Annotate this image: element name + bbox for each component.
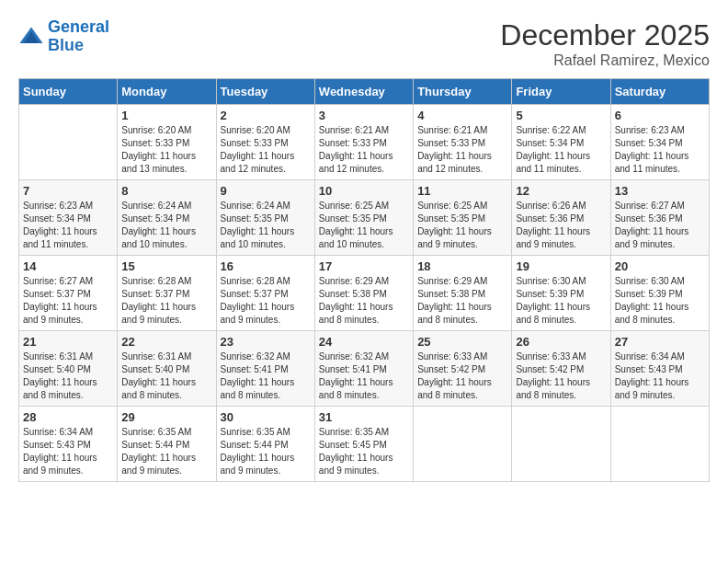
day-info: Sunrise: 6:27 AMSunset: 5:37 PMDaylight:… xyxy=(23,275,113,327)
day-info: Sunrise: 6:29 AMSunset: 5:38 PMDaylight:… xyxy=(417,275,507,327)
calendar-cell: 26Sunrise: 6:33 AMSunset: 5:42 PMDayligh… xyxy=(512,331,610,407)
day-info: Sunrise: 6:35 AMSunset: 5:44 PMDaylight:… xyxy=(221,426,311,477)
day-number: 6 xyxy=(615,109,705,122)
day-info: Sunrise: 6:27 AMSunset: 5:36 PMDaylight:… xyxy=(615,200,705,251)
day-info: Sunrise: 6:20 AMSunset: 5:33 PMDaylight:… xyxy=(221,124,311,176)
day-number: 28 xyxy=(23,410,113,424)
day-info: Sunrise: 6:30 AMSunset: 5:39 PMDaylight:… xyxy=(516,275,606,327)
calendar-table: SundayMondayTuesdayWednesdayThursdayFrid… xyxy=(18,78,710,482)
calendar-cell: 19Sunrise: 6:30 AMSunset: 5:39 PMDayligh… xyxy=(512,256,610,331)
day-info: Sunrise: 6:34 AMSunset: 5:43 PMDaylight:… xyxy=(615,350,705,402)
calendar-cell xyxy=(414,407,512,482)
calendar-cell: 27Sunrise: 6:34 AMSunset: 5:43 PMDayligh… xyxy=(610,331,709,407)
day-number: 19 xyxy=(516,259,606,273)
day-number: 11 xyxy=(417,184,507,198)
day-info: Sunrise: 6:33 AMSunset: 5:42 PMDaylight:… xyxy=(516,350,606,402)
day-number: 29 xyxy=(121,410,211,424)
day-number: 10 xyxy=(319,184,409,198)
calendar-cell xyxy=(19,105,118,180)
day-number: 16 xyxy=(221,259,311,273)
calendar-cell: 24Sunrise: 6:32 AMSunset: 5:41 PMDayligh… xyxy=(314,331,413,407)
day-number: 7 xyxy=(23,184,113,198)
calendar-week-row: 21Sunrise: 6:31 AMSunset: 5:40 PMDayligh… xyxy=(19,331,710,407)
calendar-cell: 22Sunrise: 6:31 AMSunset: 5:40 PMDayligh… xyxy=(118,331,216,407)
day-number: 26 xyxy=(516,335,606,349)
calendar-week-row: 28Sunrise: 6:34 AMSunset: 5:43 PMDayligh… xyxy=(19,407,710,482)
calendar-week-row: 1Sunrise: 6:20 AMSunset: 5:33 PMDaylight… xyxy=(19,105,710,180)
calendar-week-row: 14Sunrise: 6:27 AMSunset: 5:37 PMDayligh… xyxy=(19,256,710,331)
day-number: 2 xyxy=(221,109,311,122)
day-info: Sunrise: 6:28 AMSunset: 5:37 PMDaylight:… xyxy=(121,275,211,327)
day-info: Sunrise: 6:29 AMSunset: 5:38 PMDaylight:… xyxy=(319,275,409,327)
day-info: Sunrise: 6:21 AMSunset: 5:33 PMDaylight:… xyxy=(417,124,507,176)
day-info: Sunrise: 6:32 AMSunset: 5:41 PMDaylight:… xyxy=(319,350,409,402)
weekday-header: Saturday xyxy=(610,79,709,105)
calendar-subtitle: Rafael Ramirez, Mexico xyxy=(500,52,710,69)
day-info: Sunrise: 6:32 AMSunset: 5:41 PMDaylight:… xyxy=(221,350,311,402)
day-number: 18 xyxy=(417,259,507,273)
day-info: Sunrise: 6:23 AMSunset: 5:34 PMDaylight:… xyxy=(23,200,113,251)
day-number: 25 xyxy=(417,335,507,349)
day-info: Sunrise: 6:34 AMSunset: 5:43 PMDaylight:… xyxy=(23,426,113,477)
day-number: 9 xyxy=(221,184,311,198)
day-number: 12 xyxy=(516,184,606,198)
calendar-cell: 17Sunrise: 6:29 AMSunset: 5:38 PMDayligh… xyxy=(314,256,413,331)
calendar-cell: 11Sunrise: 6:25 AMSunset: 5:35 PMDayligh… xyxy=(414,180,512,256)
day-number: 1 xyxy=(121,109,211,122)
day-info: Sunrise: 6:31 AMSunset: 5:40 PMDaylight:… xyxy=(121,350,211,402)
day-number: 27 xyxy=(615,335,705,349)
calendar-cell: 3Sunrise: 6:21 AMSunset: 5:33 PMDaylight… xyxy=(314,105,413,180)
calendar-cell: 12Sunrise: 6:26 AMSunset: 5:36 PMDayligh… xyxy=(512,180,610,256)
calendar-week-row: 7Sunrise: 6:23 AMSunset: 5:34 PMDaylight… xyxy=(19,180,710,256)
day-info: Sunrise: 6:24 AMSunset: 5:34 PMDaylight:… xyxy=(121,200,211,251)
weekday-header: Monday xyxy=(118,79,216,105)
day-number: 23 xyxy=(221,335,311,349)
calendar-cell xyxy=(512,407,610,482)
day-info: Sunrise: 6:33 AMSunset: 5:42 PMDaylight:… xyxy=(417,350,507,402)
calendar-cell: 18Sunrise: 6:29 AMSunset: 5:38 PMDayligh… xyxy=(414,256,512,331)
calendar-cell: 16Sunrise: 6:28 AMSunset: 5:37 PMDayligh… xyxy=(216,256,314,331)
day-info: Sunrise: 6:25 AMSunset: 5:35 PMDaylight:… xyxy=(417,200,507,251)
day-number: 5 xyxy=(516,109,606,122)
day-number: 31 xyxy=(319,410,409,424)
day-number: 22 xyxy=(121,335,211,349)
day-info: Sunrise: 6:30 AMSunset: 5:39 PMDaylight:… xyxy=(615,275,705,327)
day-number: 13 xyxy=(615,184,705,198)
month-title: December 2025 xyxy=(500,18,710,52)
day-info: Sunrise: 6:35 AMSunset: 5:45 PMDaylight:… xyxy=(319,426,409,477)
day-info: Sunrise: 6:35 AMSunset: 5:44 PMDaylight:… xyxy=(121,426,211,477)
weekday-header: Sunday xyxy=(19,79,118,105)
day-number: 24 xyxy=(319,335,409,349)
calendar-cell: 21Sunrise: 6:31 AMSunset: 5:40 PMDayligh… xyxy=(19,331,118,407)
day-info: Sunrise: 6:20 AMSunset: 5:33 PMDaylight:… xyxy=(121,124,211,176)
calendar-cell: 15Sunrise: 6:28 AMSunset: 5:37 PMDayligh… xyxy=(118,256,216,331)
day-info: Sunrise: 6:22 AMSunset: 5:34 PMDaylight:… xyxy=(516,124,606,176)
calendar-cell: 4Sunrise: 6:21 AMSunset: 5:33 PMDaylight… xyxy=(414,105,512,180)
day-number: 15 xyxy=(121,259,211,273)
day-info: Sunrise: 6:23 AMSunset: 5:34 PMDaylight:… xyxy=(615,124,705,176)
day-info: Sunrise: 6:31 AMSunset: 5:40 PMDaylight:… xyxy=(23,350,113,402)
weekday-header-row: SundayMondayTuesdayWednesdayThursdayFrid… xyxy=(19,79,710,105)
day-info: Sunrise: 6:24 AMSunset: 5:35 PMDaylight:… xyxy=(221,200,311,251)
day-info: Sunrise: 6:25 AMSunset: 5:35 PMDaylight:… xyxy=(319,200,409,251)
weekday-header: Friday xyxy=(512,79,610,105)
calendar-cell xyxy=(610,407,709,482)
title-block: December 2025 Rafael Ramirez, Mexico xyxy=(500,18,710,69)
day-number: 8 xyxy=(121,184,211,198)
calendar-cell: 31Sunrise: 6:35 AMSunset: 5:45 PMDayligh… xyxy=(314,407,413,482)
calendar-cell: 5Sunrise: 6:22 AMSunset: 5:34 PMDaylight… xyxy=(512,105,610,180)
calendar-cell: 8Sunrise: 6:24 AMSunset: 5:34 PMDaylight… xyxy=(118,180,216,256)
calendar-cell: 10Sunrise: 6:25 AMSunset: 5:35 PMDayligh… xyxy=(314,180,413,256)
calendar-cell: 28Sunrise: 6:34 AMSunset: 5:43 PMDayligh… xyxy=(19,407,118,482)
day-number: 17 xyxy=(319,259,409,273)
calendar-cell: 1Sunrise: 6:20 AMSunset: 5:33 PMDaylight… xyxy=(118,105,216,180)
weekday-header: Wednesday xyxy=(314,79,413,105)
calendar-cell: 7Sunrise: 6:23 AMSunset: 5:34 PMDaylight… xyxy=(19,180,118,256)
weekday-header: Thursday xyxy=(414,79,512,105)
calendar-cell: 13Sunrise: 6:27 AMSunset: 5:36 PMDayligh… xyxy=(610,180,709,256)
day-info: Sunrise: 6:21 AMSunset: 5:33 PMDaylight:… xyxy=(319,124,409,176)
calendar-cell: 23Sunrise: 6:32 AMSunset: 5:41 PMDayligh… xyxy=(216,331,314,407)
weekday-header: Tuesday xyxy=(216,79,314,105)
calendar-cell: 20Sunrise: 6:30 AMSunset: 5:39 PMDayligh… xyxy=(610,256,709,331)
day-number: 30 xyxy=(221,410,311,424)
